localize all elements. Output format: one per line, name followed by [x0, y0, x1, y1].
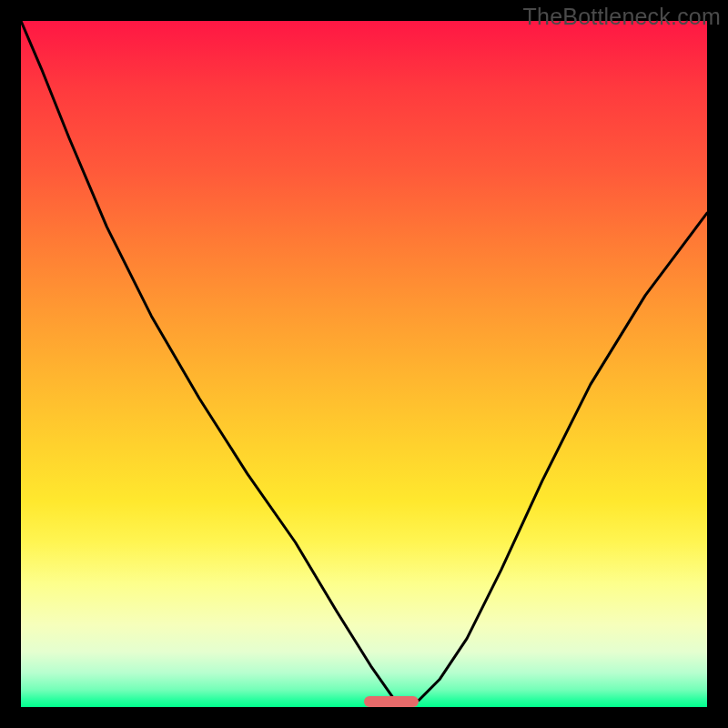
bottleneck-curve [21, 21, 707, 707]
curve-path [21, 21, 707, 701]
chart-frame: TheBottleneck.com [0, 0, 728, 728]
watermark-text: TheBottleneck.com [523, 4, 721, 30]
optimum-marker [364, 696, 419, 707]
